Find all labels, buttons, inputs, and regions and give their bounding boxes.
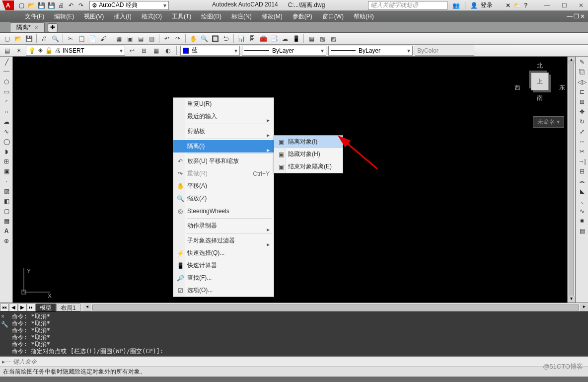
tp-icon[interactable]: 🧰 <box>258 34 268 44</box>
scroll-thumb[interactable] <box>92 305 579 310</box>
saveas-icon[interactable]: 💾 <box>47 1 56 10</box>
viewcube-north[interactable]: 北 <box>517 62 562 70</box>
drawing-canvas[interactable]: 北 西 东 上 南 未命名 ▾ Y X <box>13 57 567 303</box>
save-icon[interactable]: 💾 <box>37 1 46 10</box>
explode-icon[interactable]: ✸ <box>577 217 588 226</box>
horizontal-scrollbar[interactable]: ◂ ▸ <box>83 304 588 311</box>
save2-icon[interactable]: 💾 <box>24 34 34 44</box>
viewcube-south[interactable]: 南 <box>517 94 562 102</box>
layer-iso-icon[interactable]: ▦ <box>151 46 161 56</box>
block-make-icon[interactable]: ▣ <box>1 167 12 176</box>
region-icon[interactable]: ▢ <box>1 207 12 216</box>
mtext-icon[interactable]: A <box>1 227 12 235</box>
menu-item[interactable]: 窗口(W) <box>317 11 349 22</box>
open2-icon[interactable]: 📂 <box>13 34 23 44</box>
tb-extra3-icon[interactable]: ▨ <box>328 34 338 44</box>
arc-icon[interactable]: ◜ <box>1 97 12 106</box>
rotate-icon[interactable]: ↻ <box>577 117 588 126</box>
layer-states-icon[interactable]: ✶ <box>14 46 24 56</box>
infocenter-icon[interactable]: 👥 <box>452 2 460 9</box>
redo-icon[interactable]: ↷ <box>76 1 85 10</box>
viewcube-east[interactable]: 东 <box>559 83 565 92</box>
help-icon[interactable]: ? <box>524 2 527 9</box>
menu-item[interactable]: 绘图(D) <box>196 11 226 22</box>
menu-item[interactable]: 文件(F) <box>20 11 49 22</box>
menu-item[interactable]: 修改(M) <box>257 11 288 22</box>
fillet-icon[interactable]: ◟ <box>577 197 588 206</box>
vertical-scrollbar[interactable]: ▴ ▾ <box>567 57 575 303</box>
menu-item[interactable]: 帮助(H) <box>349 11 379 22</box>
menu-item[interactable]: 视图(V) <box>79 11 109 22</box>
context-menu-item[interactable]: 动作录制器 <box>173 220 274 232</box>
menu-item[interactable]: 格式(O) <box>137 11 167 22</box>
menu-item[interactable]: 插入(I) <box>109 11 136 22</box>
maximize-icon[interactable]: ☐ <box>559 2 569 9</box>
undo2-icon[interactable]: ↶ <box>162 34 172 44</box>
extend-icon[interactable]: →| <box>577 157 588 166</box>
pline-icon[interactable]: 〰 <box>1 68 12 76</box>
tb-extra1-icon[interactable]: ▦ <box>306 34 316 44</box>
erase-icon[interactable]: ✎ <box>577 58 588 67</box>
print-icon[interactable]: 🖨 <box>57 1 66 10</box>
paste-icon[interactable]: 📄 <box>87 34 97 44</box>
context-menu-item[interactable]: 📱快速计算器 <box>173 259 274 272</box>
context-menu-item[interactable]: 重复U(R) <box>173 98 274 110</box>
linetype-selector[interactable]: ByLayer <box>242 46 326 56</box>
revcloud-icon[interactable]: ☁ <box>1 117 12 126</box>
cut-icon[interactable]: ✂ <box>66 34 75 44</box>
line-icon[interactable]: ╱ <box>1 58 12 67</box>
layer-match-icon[interactable]: ⊞ <box>139 46 149 56</box>
array-icon[interactable]: ⊞ <box>577 97 588 106</box>
user-icon[interactable]: 👤 <box>470 2 478 9</box>
tab-model[interactable]: 模型 <box>36 304 56 311</box>
submenu-item[interactable]: ▣隐藏对象(H) <box>274 148 343 160</box>
color-selector[interactable]: 蓝 <box>180 46 240 56</box>
tab-close-icon[interactable]: × <box>35 24 38 31</box>
viewcube-top[interactable]: 上 <box>531 73 549 90</box>
scale-icon[interactable]: ⤢ <box>577 127 588 136</box>
insert-icon[interactable]: ⊞ <box>1 157 12 166</box>
props-icon[interactable]: 📊 <box>236 34 246 44</box>
viewcube-west[interactable]: 西 <box>514 83 520 92</box>
context-menu-item[interactable]: ↶放弃(U) 平移和缩放 <box>173 155 274 167</box>
markup-icon[interactable]: ☁ <box>280 34 290 44</box>
submenu-item[interactable]: ▣隔离对象(I) <box>274 136 343 148</box>
context-menu-item[interactable]: ⚡快速选择(Q)... <box>173 247 274 259</box>
block3-icon[interactable]: ▤ <box>136 34 146 44</box>
trim-icon[interactable]: ✂ <box>577 147 588 156</box>
mirror-icon[interactable]: ◁▷ <box>577 77 588 86</box>
exchange-icon[interactable]: ✕ <box>506 2 511 9</box>
app-logo[interactable]: A <box>2 0 14 10</box>
mdi-close-icon[interactable]: ✕ <box>580 13 585 20</box>
tab-last-icon[interactable]: ⏭ <box>27 304 36 311</box>
minimize-icon[interactable]: ― <box>542 2 552 9</box>
context-menu-item[interactable]: 剪贴板 <box>173 125 274 138</box>
lineweight-selector[interactable]: ByLayer <box>328 46 413 56</box>
cmd-wrench-icon[interactable]: 🔧 <box>1 321 9 328</box>
context-menu-item[interactable]: 最近的输入 <box>173 110 274 123</box>
help-search-input[interactable]: 键入关键字或短语 <box>368 1 447 10</box>
new-icon[interactable]: ▢ <box>17 1 26 10</box>
scroll-down-icon[interactable]: ▾ <box>568 296 575 303</box>
preview-icon[interactable]: 🔍 <box>50 34 60 44</box>
ucs-name-badge[interactable]: 未命名 ▾ <box>533 116 564 128</box>
draworder-icon[interactable]: ▤ <box>577 227 588 235</box>
command-input[interactable] <box>13 358 586 365</box>
submenu-item[interactable]: ▣结束对象隔离(E) <box>274 160 343 173</box>
viewcube[interactable]: 北 西 东 上 南 <box>517 62 562 121</box>
context-menu-item[interactable]: ☑选项(O)... <box>173 284 274 297</box>
polygon-icon[interactable]: ⬠ <box>1 77 12 86</box>
offset-icon[interactable]: ⊏ <box>577 87 588 96</box>
menu-item[interactable]: 参数(P) <box>288 11 317 22</box>
scroll-right-icon[interactable]: ▸ <box>580 304 588 311</box>
document-tab[interactable]: 隔离* × <box>10 22 45 32</box>
tab-layout[interactable]: 布局1 <box>56 304 80 311</box>
break-icon[interactable]: ⊟ <box>577 167 588 176</box>
pan-icon[interactable]: ✋ <box>188 34 198 44</box>
copy-icon[interactable]: 📋 <box>76 34 86 44</box>
circle-icon[interactable]: ○ <box>1 107 12 116</box>
tab-next-icon[interactable]: ▶ <box>18 304 27 311</box>
join-icon[interactable]: ⫘ <box>577 177 588 186</box>
layer-off-icon[interactable]: ◐ <box>163 46 173 56</box>
plot-icon[interactable]: 🖨 <box>39 34 49 44</box>
